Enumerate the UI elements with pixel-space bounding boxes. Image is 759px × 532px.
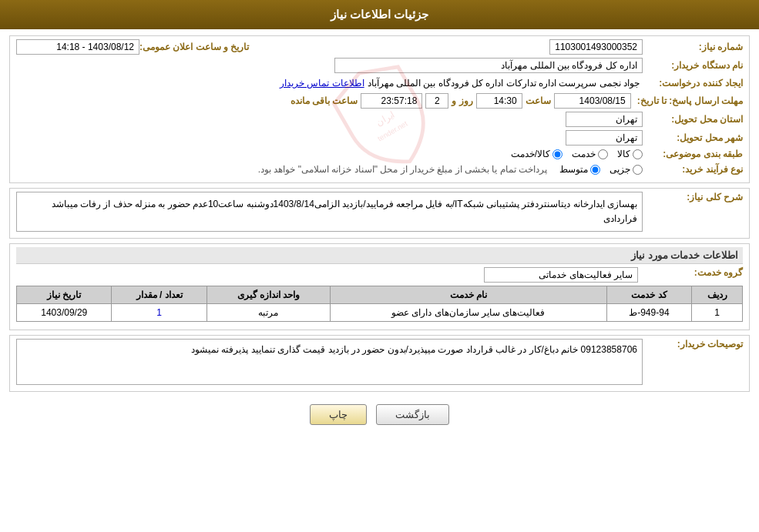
deadline-time: 14:30 bbox=[476, 93, 522, 109]
buyer-notes-value: 09123858706 خانم دباغ/کار در غالب قراردا… bbox=[16, 339, 643, 385]
radio-kala[interactable] bbox=[633, 149, 643, 159]
print-button[interactable]: چاپ bbox=[310, 404, 367, 425]
row-requester: ایجاد کننده درخواست: جواد نجمی سرپرست اد… bbox=[16, 76, 743, 90]
table-header: ردیف کد خدمت نام خدمت واحد اندازه گیری ت… bbox=[17, 286, 743, 304]
radio-motevaset[interactable] bbox=[590, 165, 600, 175]
province-value: تهران bbox=[566, 112, 643, 127]
requester-link[interactable]: اطلاعات تماس خریدار bbox=[280, 78, 364, 89]
radio-jozei[interactable] bbox=[633, 165, 643, 175]
description-section: شرح کلی نیاز: بهسازی ایدارخانه دیتاسنترد… bbox=[9, 188, 750, 239]
order-number-label: شماره نیاز: bbox=[643, 42, 743, 52]
org-name-value: اداره کل فرودگاه بین المللی مهرآباد bbox=[334, 58, 643, 73]
process-radio-group: جزیی متوسط bbox=[559, 164, 643, 175]
row-org-name: نام دستگاه خریدار: اداره کل فرودگاه بین … bbox=[16, 58, 743, 73]
radio-kala-khedmat-label: کالا/خدمت bbox=[511, 149, 550, 159]
radio-kala-khedmat[interactable] bbox=[552, 149, 563, 159]
deadline-date: 1403/08/15 bbox=[554, 93, 631, 109]
row-category: طبقه بندی موضوعی: کالا خدمت کالا/خدمت bbox=[16, 149, 743, 159]
city-value: تهران bbox=[566, 130, 643, 146]
col-date: تاریخ نیاز bbox=[17, 286, 112, 304]
page-wrapper: جزئیات اطلاعات نیاز ایران tender.net شما… bbox=[0, 0, 759, 532]
requester-label: ایجاد کننده درخواست: bbox=[643, 78, 743, 89]
col-code: کد خدمت bbox=[606, 286, 691, 304]
col-qty: تعداد / مقدار bbox=[112, 286, 207, 304]
radio-motevaset-label: متوسط bbox=[559, 164, 588, 175]
requester-value: جواد نجمی سرپرست اداره تدارکات اداره کل … bbox=[364, 76, 643, 90]
province-label: استان محل تحویل: bbox=[643, 114, 743, 125]
category-label: طبقه بندی موضوعی: bbox=[643, 149, 743, 159]
col-unit: واحد اندازه گیری bbox=[207, 286, 330, 304]
cell-date: 1403/09/29 bbox=[17, 304, 112, 322]
col-row: ردیف bbox=[692, 286, 743, 304]
buyer-notes-section: توصیحات خریدار: 09123858706 خانم دباغ/کا… bbox=[9, 335, 750, 392]
row-deadline: مهلت ارسال پاسخ: تا تاریخ: 1403/08/15 سا… bbox=[16, 93, 743, 109]
row-process: نوع فرآیند خرید: جزیی متوسط پرداخت تمام … bbox=[16, 162, 743, 176]
row-province: استان محل تحویل: تهران bbox=[16, 112, 743, 127]
service-group-value: سایر فعالیت‌های خدماتی bbox=[484, 267, 638, 283]
row-buyer-notes: توصیحات خریدار: 09123858706 خانم دباغ/کا… bbox=[16, 339, 743, 385]
cell-qty: 1 bbox=[112, 304, 207, 322]
deadline-time-label: ساعت bbox=[526, 95, 551, 106]
category-radio-group: کالا خدمت کالا/خدمت bbox=[511, 149, 643, 159]
buyer-notes-label: توصیحات خریدار: bbox=[643, 339, 743, 350]
announce-label: تاریخ و ساعت اعلان عمومی: bbox=[139, 42, 249, 52]
radio-khedmat-label: خدمت bbox=[572, 149, 596, 159]
row-service-group: گروه خدمت: سایر فعالیت‌های خدماتی bbox=[16, 267, 743, 283]
deadline-remaining: 23:57:18 bbox=[361, 93, 422, 109]
process-label: نوع فرآیند خرید: bbox=[643, 164, 743, 175]
radio-item-jozei: جزیی bbox=[610, 164, 643, 175]
deadline-days: 2 bbox=[425, 93, 448, 109]
deadline-remaining-label: ساعت باقی مانده bbox=[291, 95, 358, 106]
city-label: شهر محل تحویل: bbox=[643, 132, 743, 143]
row-city: شهر محل تحویل: تهران bbox=[16, 130, 743, 146]
radio-item-kala: کالا bbox=[617, 149, 643, 159]
page-header: جزئیات اطلاعات نیاز bbox=[0, 0, 759, 29]
main-form-section: ایران tender.net شماره نیاز: 11030014930… bbox=[9, 35, 750, 183]
description-value: بهسازی ایدارخانه دیتاسنتردفتر پشتیبانی ش… bbox=[16, 192, 643, 232]
page-title: جزئیات اطلاعات نیاز bbox=[331, 8, 428, 21]
deadline-days-label: روز و bbox=[452, 95, 472, 106]
deadline-label: مهلت ارسال پاسخ: تا تاریخ: bbox=[631, 95, 743, 106]
back-button[interactable]: بازگشت bbox=[376, 404, 449, 425]
radio-kala-label: کالا bbox=[617, 149, 630, 159]
cell-unit: مرتبه bbox=[207, 304, 330, 322]
cell-name: فعالیت‌های سایر سازمان‌های دارای عضو bbox=[330, 304, 606, 322]
cell-code: 949-94-ط bbox=[606, 304, 691, 322]
radio-jozei-label: جزیی bbox=[610, 164, 630, 175]
services-title: اطلاعات خدمات مورد نیاز bbox=[16, 247, 743, 264]
announce-value: 1403/08/12 - 14:18 bbox=[16, 39, 139, 55]
radio-item-kala-khedmat: کالا/خدمت bbox=[511, 149, 563, 159]
radio-item-khedmat: خدمت bbox=[572, 149, 608, 159]
description-label: شرح کلی نیاز: bbox=[643, 192, 743, 202]
services-section: اطلاعات خدمات مورد نیاز گروه خدمت: سایر … bbox=[9, 243, 750, 330]
radio-item-motevaset: متوسط bbox=[559, 164, 600, 175]
table-row: 1 949-94-ط فعالیت‌های سایر سازمان‌های دا… bbox=[17, 304, 743, 322]
cell-row: 1 bbox=[692, 304, 743, 322]
col-name: نام خدمت bbox=[330, 286, 606, 304]
services-table-body: 1 949-94-ط فعالیت‌های سایر سازمان‌های دا… bbox=[17, 304, 743, 322]
content-area: ایران tender.net شماره نیاز: 11030014930… bbox=[0, 29, 759, 439]
process-note: پرداخت تمام یا بخشی از مبلغ خریدار از مح… bbox=[255, 162, 550, 176]
services-table: ردیف کد خدمت نام خدمت واحد اندازه گیری ت… bbox=[16, 286, 743, 322]
row-order-announce: شماره نیاز: 1103001493000352 تاریخ و ساع… bbox=[16, 39, 743, 55]
button-row: بازگشت چاپ bbox=[9, 396, 750, 433]
service-group-label: گروه خدمت: bbox=[643, 267, 743, 278]
order-number-value: 1103001493000352 bbox=[549, 39, 643, 55]
org-name-label: نام دستگاه خریدار: bbox=[643, 60, 743, 71]
radio-khedmat[interactable] bbox=[598, 149, 608, 159]
row-description: شرح کلی نیاز: بهسازی ایدارخانه دیتاسنترد… bbox=[16, 192, 743, 232]
